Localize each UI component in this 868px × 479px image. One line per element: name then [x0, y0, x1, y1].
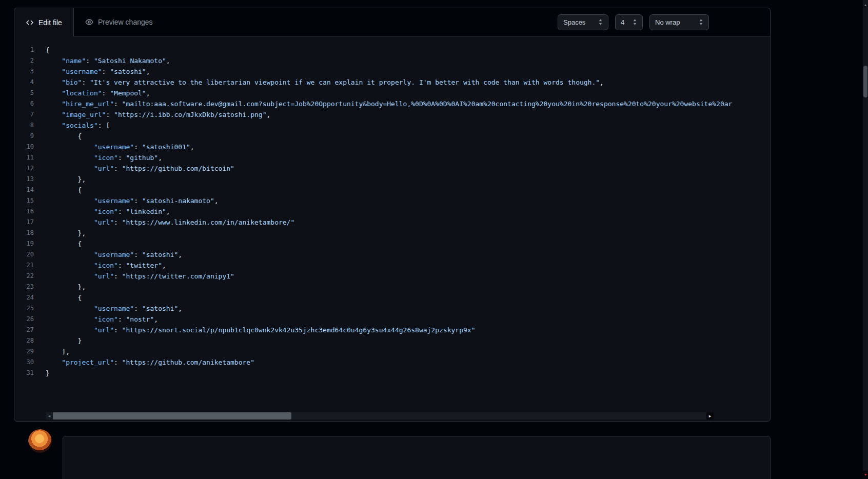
line-number: 12: [14, 163, 34, 174]
left-arrow-icon: ◂: [48, 414, 51, 418]
code-line: "socials": [: [46, 120, 770, 131]
scroll-right-button[interactable]: ▸: [706, 412, 714, 420]
line-number: 28: [14, 335, 34, 346]
horizontal-scrollbar: ◂ ▸: [46, 412, 714, 420]
code-line: "username": "satoshi",: [46, 66, 770, 77]
horizontal-scrollbar-thumb[interactable]: [53, 412, 291, 420]
down-arrow-icon: ▾: [864, 473, 866, 477]
line-number: 30: [14, 357, 34, 368]
line-number: 3: [14, 66, 34, 77]
code-line: }: [46, 335, 770, 346]
tab-edit-file-label: Edit file: [38, 18, 62, 27]
code-line: "url": "https://twitter.com/anipy1": [46, 271, 770, 282]
code-line: "name": "Satoshi Nakamoto",: [46, 55, 770, 66]
scroll-down-button[interactable]: ▾: [863, 471, 868, 479]
indent-mode-select[interactable]: Spaces: [558, 14, 608, 30]
line-number: 4: [14, 77, 34, 88]
code-line: "url": "https://www.linkedin.com/in/anik…: [46, 217, 770, 228]
tab-header: Edit file Preview changes Spaces: [14, 8, 770, 36]
eye-icon: [85, 18, 93, 26]
code-line: ],: [46, 346, 770, 357]
line-number: 1: [14, 45, 34, 55]
code-line: "icon": "nostr",: [46, 314, 770, 325]
line-number: 7: [14, 109, 34, 120]
line-number: 24: [14, 292, 34, 303]
code-editor[interactable]: 1234567891011121314151617181920212223242…: [14, 36, 770, 411]
code-line: "hire_me_url": "mailto:aaa.software.dev@…: [46, 98, 770, 109]
code-line: "username": "satoshi001",: [46, 142, 770, 152]
code-line: {: [46, 185, 770, 195]
code-line: "username": "satoshi",: [46, 303, 770, 314]
code-line: {: [46, 45, 770, 55]
indent-mode-value: Spaces: [563, 18, 585, 26]
tab-preview-changes[interactable]: Preview changes: [74, 8, 164, 36]
code-line: "bio": "It's very attractive to the libe…: [46, 77, 770, 88]
code-line: "image_url": "https://i.ibb.co/mJkxDkb/s…: [46, 109, 770, 120]
line-number: 27: [14, 325, 34, 335]
line-number: 17: [14, 217, 34, 228]
line-number: 18: [14, 228, 34, 238]
tab-preview-changes-label: Preview changes: [98, 18, 153, 26]
commit-form-box[interactable]: [63, 436, 771, 479]
code-line: },: [46, 228, 770, 238]
updown-chevrons-icon: [633, 18, 637, 26]
code-line: "url": "https://snort.social/p/npub1clqc…: [46, 325, 770, 335]
line-number: 23: [14, 282, 34, 292]
file-editor-panel: Edit file Preview changes Spaces: [14, 8, 771, 422]
code-icon: [26, 18, 34, 27]
wrap-mode-value: No wrap: [655, 18, 680, 26]
line-number: 16: [14, 206, 34, 217]
code-line: },: [46, 174, 770, 185]
code-line: "location": "Mempool",: [46, 88, 770, 98]
code-line: {: [46, 238, 770, 249]
user-avatar: [28, 429, 52, 453]
line-number: 31: [14, 368, 34, 378]
line-number: 6: [14, 98, 34, 109]
line-number: 15: [14, 195, 34, 206]
updown-chevrons-icon: [699, 18, 703, 26]
code-line: {: [46, 131, 770, 142]
line-number: 9: [14, 131, 34, 142]
line-number: 8: [14, 120, 34, 131]
page: Edit file Preview changes Spaces: [0, 0, 868, 479]
code-line: {: [46, 292, 770, 303]
updown-chevrons-icon: [598, 18, 603, 26]
up-arrow-icon: ▴: [864, 3, 866, 7]
code-lines: { "name": "Satoshi Nakamoto", "username"…: [46, 45, 770, 378]
line-number: 14: [14, 185, 34, 195]
tab-edit-file[interactable]: Edit file: [14, 8, 74, 36]
line-number: 21: [14, 260, 34, 271]
line-number: 2: [14, 55, 34, 66]
scroll-left-button[interactable]: ◂: [46, 412, 53, 420]
line-number: 13: [14, 174, 34, 185]
line-number: 25: [14, 303, 34, 314]
vertical-scrollbar-thumb[interactable]: [863, 66, 867, 97]
line-number: 29: [14, 346, 34, 357]
line-number: 20: [14, 249, 34, 260]
code-line: },: [46, 282, 770, 292]
line-number: 10: [14, 142, 34, 152]
wrap-mode-select[interactable]: No wrap: [649, 14, 709, 30]
right-arrow-icon: ▸: [709, 414, 712, 418]
code-line: "project_url": "https://github.com/anike…: [46, 357, 770, 368]
horizontal-scrollbar-track[interactable]: [53, 412, 706, 420]
line-number: 26: [14, 314, 34, 325]
code-line: "username": "satoshi-nakamoto",: [46, 195, 770, 206]
code-line: "icon": "linkedin",: [46, 206, 770, 217]
indent-size-select[interactable]: 4: [615, 14, 643, 30]
line-number: 11: [14, 152, 34, 163]
line-number: 22: [14, 271, 34, 282]
line-number: 19: [14, 238, 34, 249]
code-line: "icon": "twitter",: [46, 260, 770, 271]
code-line: "icon": "github",: [46, 152, 770, 163]
indent-size-value: 4: [621, 18, 624, 26]
code-line: "username": "satoshi",: [46, 249, 770, 260]
editor-settings: Spaces 4 No wrap: [558, 8, 709, 36]
scroll-up-button[interactable]: ▴: [863, 1, 868, 9]
code-line: "url": "https://github.com/bitcoin": [46, 163, 770, 174]
line-number: 5: [14, 88, 34, 98]
page-vertical-scrollbar: ▴ ▾: [863, 0, 868, 479]
line-numbers: 1234567891011121314151617181920212223242…: [14, 45, 46, 378]
code-line: }: [46, 368, 770, 378]
